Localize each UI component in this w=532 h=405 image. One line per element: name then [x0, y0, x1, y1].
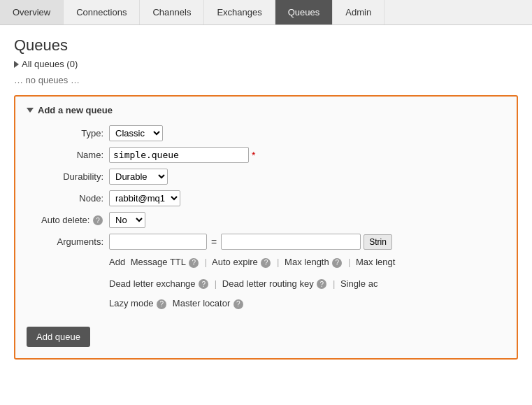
pipe-2: |: [277, 257, 279, 267]
all-queues-toggle[interactable]: All queues (0): [14, 59, 518, 69]
type-row: Type: Classic Quorum: [27, 125, 505, 141]
auto-delete-help-icon[interactable]: ?: [93, 215, 103, 225]
auto-delete-select[interactable]: No Yes: [109, 212, 145, 228]
shortcut-max-length[interactable]: Max length: [285, 257, 329, 267]
lazy-mode-help-icon[interactable]: ?: [157, 299, 166, 309]
section-title: Add a new queue: [38, 105, 113, 115]
arguments-row: Arguments: = Strin: [27, 234, 505, 250]
required-star: *: [252, 150, 255, 161]
auto-delete-row: Auto delete: ? No Yes: [27, 212, 505, 228]
shortcut-max-length-b[interactable]: Max lengt: [356, 257, 395, 267]
message-ttl-help-icon[interactable]: ?: [189, 258, 199, 268]
pipe-1: |: [205, 257, 207, 267]
arguments-key-input[interactable]: [109, 234, 207, 250]
shortcut-master-locator[interactable]: Master locator: [173, 298, 230, 308]
arguments-label: Arguments:: [27, 236, 103, 247]
shortcuts-row-2: Dead letter exchange ? | Dead letter rou…: [109, 276, 505, 293]
add-queue-header[interactable]: Add a new queue: [27, 105, 505, 115]
node-row: Node: rabbit@mq1: [27, 190, 505, 206]
name-row: Name: *: [27, 147, 505, 163]
add-label: Add: [109, 257, 125, 267]
auto-expire-help-icon[interactable]: ?: [261, 258, 271, 268]
nav-tab-queues[interactable]: Queues: [275, 0, 333, 24]
pipe-4: |: [215, 278, 217, 289]
equals-sign: =: [211, 236, 217, 248]
durability-row: Durability: Durable Transient: [27, 169, 505, 185]
master-locator-help-icon[interactable]: ?: [233, 299, 243, 309]
shortcut-message-ttl[interactable]: Message TTL: [131, 257, 186, 267]
add-queue-button[interactable]: Add queue: [27, 327, 90, 347]
durability-select[interactable]: Durable Transient: [109, 169, 168, 185]
add-queue-box: Add a new queue Type: Classic Quorum Nam…: [14, 95, 518, 360]
name-input[interactable]: [109, 147, 249, 163]
shortcuts-row-1: Add Message TTL ? | Auto expire ? | Max …: [109, 254, 505, 271]
dead-letter-exchange-help-icon[interactable]: ?: [199, 279, 208, 289]
nav-tab-connections[interactable]: Connections: [64, 0, 140, 24]
shortcut-dead-letter-exchange[interactable]: Dead letter exchange: [109, 278, 196, 289]
arguments-type-button[interactable]: Strin: [364, 234, 392, 250]
page-title: Queues: [14, 36, 518, 55]
durability-label: Durability:: [27, 171, 103, 182]
name-label: Name:: [27, 150, 103, 160]
node-select[interactable]: rabbit@mq1: [109, 190, 180, 206]
all-queues-label: All queues (0): [22, 59, 78, 69]
shortcut-lazy-mode[interactable]: Lazy mode: [109, 298, 154, 308]
shortcut-single-ac[interactable]: Single ac: [340, 278, 378, 289]
nav-tab-admin[interactable]: Admin: [333, 0, 384, 24]
arguments-value-input[interactable]: [221, 234, 361, 250]
shortcut-dead-letter-routing[interactable]: Dead letter routing key: [222, 278, 314, 289]
nav-tab-exchanges[interactable]: Exchanges: [204, 0, 275, 24]
type-select[interactable]: Classic Quorum: [109, 125, 163, 141]
shortcut-auto-expire[interactable]: Auto expire: [212, 257, 258, 267]
no-queues-text: … no queues …: [14, 75, 518, 85]
page-content: Queues All queues (0) … no queues … Add …: [0, 25, 532, 371]
max-length-help-icon[interactable]: ?: [332, 258, 342, 268]
shortcuts-row-3: Lazy mode ? Master locator ?: [109, 295, 505, 313]
nav-bar: Overview Connections Channels Exchanges …: [0, 0, 532, 25]
auto-delete-label: Auto delete: ?: [27, 215, 103, 226]
toggle-icon: [14, 61, 19, 68]
dead-letter-routing-help-icon[interactable]: ?: [317, 279, 326, 289]
type-label: Type:: [27, 128, 103, 138]
nav-tab-channels[interactable]: Channels: [140, 0, 204, 24]
nav-tab-overview[interactable]: Overview: [0, 0, 64, 24]
node-label: Node:: [27, 193, 103, 204]
pipe-3: |: [348, 257, 350, 267]
collapse-icon: [27, 108, 34, 113]
pipe-5: |: [333, 278, 335, 289]
